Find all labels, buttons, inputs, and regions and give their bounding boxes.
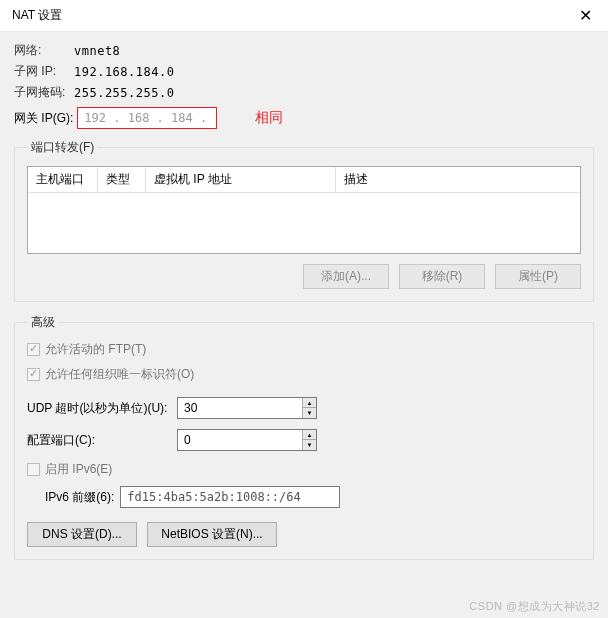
- titlebar: NAT 设置 ✕: [0, 0, 608, 32]
- advanced-group: 高级 允许活动的 FTP(T) 允许任何组织唯一标识符(O) UDP 超时(以秒…: [14, 314, 594, 560]
- gateway-input[interactable]: [77, 107, 217, 129]
- spin-down-icon[interactable]: ▼: [303, 440, 316, 450]
- nat-settings-dialog: NAT 设置 ✕ 网络: vmnet8 子网 IP: 192.168.184.0…: [0, 0, 608, 618]
- col-vm-ip[interactable]: 虚拟机 IP 地址: [146, 167, 336, 192]
- ipv6-prefix-label: IPv6 前缀(6):: [45, 489, 114, 506]
- subnet-mask-label: 子网掩码:: [14, 84, 74, 101]
- udp-timeout-input[interactable]: [178, 398, 302, 418]
- port-forwarding-group: 端口转发(F) 主机端口 类型 虚拟机 IP 地址 描述 添加(A)... 移除…: [14, 139, 594, 302]
- dialog-content: 网络: vmnet8 子网 IP: 192.168.184.0 子网掩码: 25…: [0, 32, 608, 560]
- enable-ipv6-label: 启用 IPv6(E): [45, 461, 112, 478]
- subnet-mask-value: 255.255.255.0: [74, 86, 174, 100]
- spin-down-icon[interactable]: ▼: [303, 408, 316, 418]
- remove-button[interactable]: 移除(R): [399, 264, 485, 289]
- col-type[interactable]: 类型: [98, 167, 146, 192]
- network-label: 网络:: [14, 42, 74, 59]
- properties-button[interactable]: 属性(P): [495, 264, 581, 289]
- ipv6-prefix-input[interactable]: [120, 486, 340, 508]
- annotation-same: 相同: [255, 109, 283, 127]
- netbios-settings-button[interactable]: NetBIOS 设置(N)...: [147, 522, 277, 547]
- dns-settings-button[interactable]: DNS 设置(D)...: [27, 522, 137, 547]
- gateway-label: 网关 IP(G):: [14, 110, 73, 127]
- udp-timeout-label: UDP 超时(以秒为单位)(U):: [27, 400, 177, 417]
- col-host-port[interactable]: 主机端口: [28, 167, 98, 192]
- close-icon[interactable]: ✕: [571, 6, 600, 25]
- allow-ftp-label: 允许活动的 FTP(T): [45, 341, 146, 358]
- udp-timeout-spinner[interactable]: ▲ ▼: [177, 397, 317, 419]
- network-value: vmnet8: [74, 44, 120, 58]
- config-port-input[interactable]: [178, 430, 302, 450]
- config-port-label: 配置端口(C):: [27, 432, 177, 449]
- col-desc[interactable]: 描述: [336, 167, 580, 192]
- enable-ipv6-checkbox[interactable]: [27, 463, 40, 476]
- advanced-legend: 高级: [27, 314, 59, 331]
- allow-ftp-checkbox[interactable]: [27, 343, 40, 356]
- table-header: 主机端口 类型 虚拟机 IP 地址 描述: [28, 167, 580, 193]
- config-port-spinner[interactable]: ▲ ▼: [177, 429, 317, 451]
- add-button[interactable]: 添加(A)...: [303, 264, 389, 289]
- allow-org-id-checkbox[interactable]: [27, 368, 40, 381]
- port-forwarding-legend: 端口转发(F): [27, 139, 98, 156]
- spin-up-icon[interactable]: ▲: [303, 398, 316, 408]
- spin-up-icon[interactable]: ▲: [303, 430, 316, 440]
- dialog-title: NAT 设置: [12, 7, 62, 24]
- allow-org-id-label: 允许任何组织唯一标识符(O): [45, 366, 194, 383]
- port-forwarding-table[interactable]: 主机端口 类型 虚拟机 IP 地址 描述: [27, 166, 581, 254]
- subnet-ip-value: 192.168.184.0: [74, 65, 174, 79]
- watermark: CSDN @想成为大神说32: [469, 599, 600, 614]
- subnet-ip-label: 子网 IP:: [14, 63, 74, 80]
